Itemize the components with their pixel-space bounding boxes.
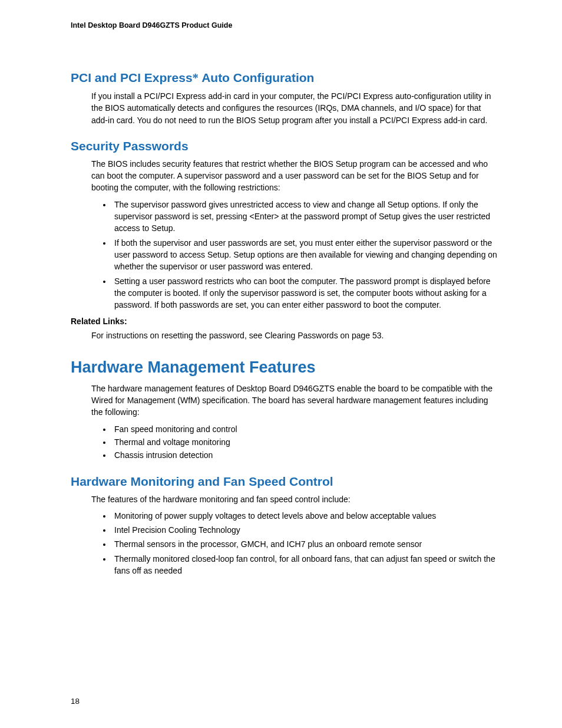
list-item: Thermal and voltage monitoring: [112, 436, 497, 448]
list-item: If both the supervisor and user password…: [112, 237, 497, 273]
list-item: Setting a user password restricts who ca…: [112, 275, 497, 311]
heading-text-pre: PCI and PCI Express: [71, 71, 193, 84]
list-security-restrictions: The supervisor password gives unrestrict…: [71, 199, 497, 311]
paragraph-security: The BIOS includes security features that…: [71, 158, 497, 194]
heading-hardware-management: Hardware Management Features: [71, 358, 497, 377]
list-item: Monitoring of power supply voltages to d…: [112, 510, 497, 522]
list-item: Chassis intrusion detection: [112, 449, 497, 461]
page-number: 18: [71, 697, 80, 706]
paragraph-pci: If you install a PCI/PCI Express add-in …: [71, 90, 497, 126]
heading-pci-auto-config: PCI and PCI Express* Auto Configuration: [71, 71, 497, 85]
list-item: Thermal sensors in the processor, GMCH, …: [112, 538, 497, 550]
list-hw-mon: Monitoring of power supply voltages to d…: [71, 510, 497, 577]
paragraph-related-links: For instructions on resetting the passwo…: [71, 330, 497, 341]
list-item: Fan speed monitoring and control: [112, 423, 497, 435]
list-hw-mgmt: Fan speed monitoring and control Thermal…: [71, 423, 497, 462]
page-header: Intel Desktop Board D946GZTS Product Gui…: [71, 21, 497, 29]
list-item: Intel Precision Cooling Technology: [112, 524, 497, 536]
asterisk-icon: *: [193, 71, 199, 85]
related-links-label: Related Links:: [71, 317, 497, 326]
heading-hw-monitoring: Hardware Monitoring and Fan Speed Contro…: [71, 475, 497, 489]
list-item: The supervisor password gives unrestrict…: [112, 199, 497, 235]
paragraph-hw-mgmt: The hardware management features of Desk…: [71, 383, 497, 419]
heading-text-post: Auto Configuration: [199, 71, 314, 84]
paragraph-hw-mon: The features of the hardware monitoring …: [71, 493, 497, 505]
heading-security-passwords: Security Passwords: [71, 139, 497, 153]
list-item: Thermally monitored closed-loop fan cont…: [112, 553, 497, 577]
